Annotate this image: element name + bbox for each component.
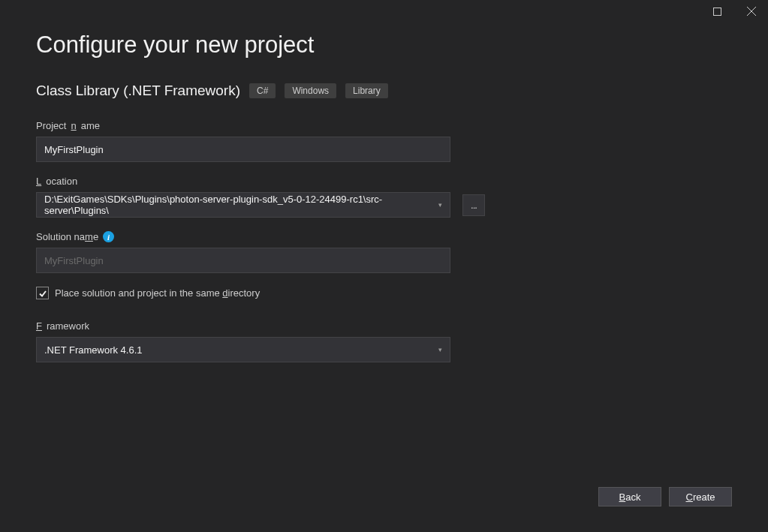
close-button[interactable] xyxy=(734,0,768,23)
chevron-down-icon: ▾ xyxy=(438,201,442,209)
svg-rect-0 xyxy=(714,8,721,15)
same-directory-label: Place solution and project in the same d… xyxy=(55,287,260,299)
location-group: Location D:\ExitGames\SDKs\Plugins\photo… xyxy=(36,176,732,218)
framework-group: Framework .NET Framework 4.6.1 ▾ xyxy=(36,320,732,362)
location-dropdown[interactable]: D:\ExitGames\SDKs\Plugins\photon-server-… xyxy=(36,192,450,218)
solution-name-input xyxy=(36,248,450,273)
framework-dropdown[interactable]: .NET Framework 4.6.1 ▾ xyxy=(36,337,450,362)
tag-type: Library xyxy=(345,83,388,98)
location-value: D:\ExitGames\SDKs\Plugins\photon-server-… xyxy=(44,194,438,216)
solution-name-group: Solution name i xyxy=(36,231,732,273)
back-button[interactable]: Back xyxy=(598,487,661,506)
page-title: Configure your new project xyxy=(36,32,732,59)
same-directory-row: Place solution and project in the same d… xyxy=(36,287,732,299)
same-directory-checkbox[interactable] xyxy=(36,287,49,299)
template-summary-row: Class Library (.NET Framework) C# Window… xyxy=(36,83,732,99)
maximize-button[interactable] xyxy=(700,0,734,23)
info-icon[interactable]: i xyxy=(103,231,114,242)
titlebar xyxy=(700,0,768,23)
template-name: Class Library (.NET Framework) xyxy=(36,83,240,99)
location-label: Location xyxy=(36,176,732,187)
browse-button[interactable]: ... xyxy=(462,194,485,216)
create-button[interactable]: Create xyxy=(669,487,732,506)
project-name-input[interactable] xyxy=(36,137,450,162)
tag-language: C# xyxy=(249,83,276,98)
tag-platform: Windows xyxy=(285,83,336,98)
chevron-down-icon: ▾ xyxy=(438,346,442,353)
project-name-group: Project name xyxy=(36,120,732,162)
framework-value: .NET Framework 4.6.1 xyxy=(44,344,143,356)
dialog-footer: Back Create xyxy=(598,487,732,506)
framework-label: Framework xyxy=(36,320,732,332)
dialog-content: Configure your new project Class Library… xyxy=(0,0,768,362)
solution-name-label: Solution name i xyxy=(36,231,732,242)
project-name-label: Project name xyxy=(36,120,732,131)
